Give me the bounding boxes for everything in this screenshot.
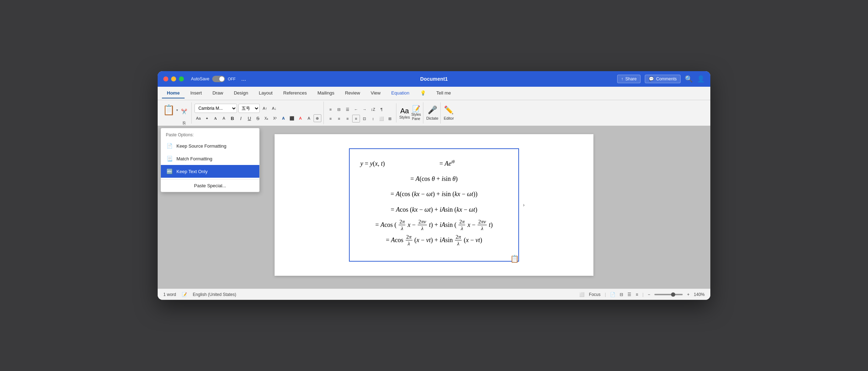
- scroll-right-icon[interactable]: ›: [523, 198, 525, 212]
- multilevel-list-button[interactable]: ☰: [344, 105, 351, 113]
- toggle-state: OFF: [228, 77, 236, 81]
- eq-line-4: = Acos (kx − ωt) + iAsin (kx − ωt): [360, 202, 508, 217]
- statusbar-right: ⬜ Focus | 📄 ⊟ ☰ ≡ | − + 140%: [579, 292, 705, 297]
- text-highlight-btn[interactable]: ⬛: [288, 114, 296, 122]
- styles-icon: Aa: [400, 107, 409, 115]
- language-indicator[interactable]: English (United States): [193, 292, 236, 297]
- tab-home[interactable]: Home: [162, 88, 185, 98]
- document-title: Document1: [420, 76, 448, 82]
- font-color-btn[interactable]: A: [297, 114, 304, 122]
- close-button[interactable]: [163, 76, 168, 81]
- bold-button[interactable]: B: [229, 114, 236, 122]
- proofread-icon[interactable]: 📝: [182, 292, 187, 297]
- ribbon-tabs: Home Insert Draw Design Layout Reference…: [158, 87, 710, 100]
- font-case-button[interactable]: Aa: [195, 114, 202, 122]
- editor-button[interactable]: ✏️ Editor: [444, 105, 454, 120]
- zoom-level[interactable]: 140%: [694, 292, 705, 297]
- tab-review[interactable]: Review: [340, 88, 365, 98]
- strikethrough-button[interactable]: S: [254, 114, 262, 122]
- styles-pane-label: StylesPane: [411, 113, 421, 121]
- zoom-slider[interactable]: [654, 294, 683, 295]
- word-count: 1 word: [163, 292, 176, 297]
- font-color-a-button[interactable]: A: [212, 114, 219, 122]
- focus-icon[interactable]: ⬜: [579, 292, 585, 297]
- decrease-font-button[interactable]: A↓: [270, 104, 278, 112]
- focus-label[interactable]: Focus: [589, 292, 601, 297]
- clipboard-group: 📋 ▼ ✂️ ⎘ 🖌 Paste Options: 📄 Keep Source …: [160, 102, 192, 124]
- char-border-btn[interactable]: ⊕: [314, 114, 321, 122]
- document-page: y = y(x, t) = Aeiθ = A(cos θ + isin θ) =…: [275, 134, 593, 276]
- paste-special-button[interactable]: Paste Special...: [161, 181, 259, 190]
- styles-pane-button[interactable]: 📝 StylesPane: [411, 105, 421, 121]
- sort-button[interactable]: ↕Z: [369, 105, 377, 113]
- equation-box[interactable]: y = y(x, t) = Aeiθ = A(cos θ + isin θ) =…: [349, 148, 519, 262]
- italic-button[interactable]: I: [237, 114, 245, 122]
- align-left-button[interactable]: ≡: [327, 115, 334, 122]
- copy-button[interactable]: ⎘: [179, 118, 189, 128]
- layout-icon-3[interactable]: ☰: [627, 292, 631, 297]
- share-icon: ↑: [621, 76, 623, 81]
- increase-font-button[interactable]: A↑: [261, 104, 269, 112]
- subscript-button[interactable]: X₂: [263, 114, 270, 122]
- paste-match-format[interactable]: 📃 Match Formatting: [161, 152, 259, 165]
- paste-divider: [161, 179, 259, 179]
- tab-tell-me[interactable]: Tell me: [432, 88, 456, 98]
- minimize-button[interactable]: [171, 76, 176, 81]
- autosave-label: AutoSave: [191, 76, 209, 81]
- font-row1: Cambria M... 五号 A↑ A↓: [195, 104, 278, 113]
- equation-handle[interactable]: 📋: [510, 250, 519, 267]
- font-name-select[interactable]: Cambria M...: [195, 104, 237, 113]
- distributed-button[interactable]: ⊡: [361, 115, 368, 122]
- cut-button[interactable]: ✂️: [179, 107, 189, 116]
- text-effects-button[interactable]: A: [280, 114, 287, 122]
- search-icon[interactable]: 🔍: [685, 75, 693, 83]
- paste-keep-source[interactable]: 📄 Keep Source Formatting: [161, 139, 259, 152]
- layout-icon-1[interactable]: 📄: [610, 292, 615, 297]
- tab-layout[interactable]: Layout: [254, 88, 277, 98]
- paste-dropdown-arrow[interactable]: ▼: [176, 109, 179, 112]
- char-shading-btn[interactable]: A: [305, 114, 313, 122]
- align-center-button[interactable]: ≡: [335, 115, 343, 122]
- share-button[interactable]: ↑ Share: [617, 75, 641, 83]
- underline-button[interactable]: U: [246, 114, 253, 122]
- maximize-button[interactable]: [179, 76, 184, 81]
- decrease-indent-button[interactable]: ←: [352, 105, 360, 113]
- justify-button[interactable]: ≡: [352, 115, 360, 122]
- line-spacing-button[interactable]: ↕: [369, 115, 377, 122]
- styles-button[interactable]: Aa Styles: [399, 107, 410, 119]
- shading-button[interactable]: ⬜: [378, 115, 385, 122]
- comments-button[interactable]: 💬 Comments: [645, 75, 681, 83]
- people-icon[interactable]: 👤: [697, 75, 705, 83]
- styles-group: Aa Styles 📝 StylesPane: [397, 102, 423, 124]
- tab-references[interactable]: References: [278, 88, 312, 98]
- tab-design[interactable]: Design: [229, 88, 253, 98]
- more-options[interactable]: ...: [241, 76, 246, 82]
- borders-button[interactable]: ⊞: [386, 115, 394, 122]
- highlight-button[interactable]: A: [220, 114, 228, 122]
- keep-text-icon: 🔤: [166, 168, 173, 175]
- paste-button[interactable]: 📋 ▼: [163, 105, 179, 115]
- font-size-select[interactable]: 五号: [238, 104, 260, 113]
- dictate-button[interactable]: 🎤 Dictate: [426, 105, 438, 120]
- show-marks-button[interactable]: ¶: [378, 105, 385, 113]
- zoom-out-icon[interactable]: −: [648, 292, 650, 297]
- para-row2: ≡ ≡ ≡ ≡ ⊡ ↕ ⬜ ⊞: [327, 115, 394, 122]
- tab-insert[interactable]: Insert: [185, 88, 207, 98]
- tab-view[interactable]: View: [366, 88, 385, 98]
- superscript-button[interactable]: X²: [271, 114, 279, 122]
- numbering-button[interactable]: ⊟: [335, 105, 343, 113]
- zoom-in-icon[interactable]: +: [687, 292, 689, 297]
- paste-keep-text[interactable]: 🔤 Keep Text Only: [161, 165, 259, 178]
- increase-indent-button[interactable]: →: [361, 105, 368, 113]
- layout-icon-4[interactable]: ≡: [636, 292, 638, 297]
- tab-lightbulb[interactable]: 💡: [415, 88, 431, 98]
- tab-equation[interactable]: Equation: [386, 88, 414, 98]
- clear-format-button[interactable]: ✦: [203, 114, 211, 122]
- tab-draw[interactable]: Draw: [208, 88, 228, 98]
- tab-mailings[interactable]: Mailings: [312, 88, 339, 98]
- dictate-group: 🎤 Dictate: [424, 102, 441, 124]
- align-right-button[interactable]: ≡: [344, 115, 351, 122]
- bullets-button[interactable]: ≡: [327, 105, 334, 113]
- layout-icon-2[interactable]: ⊟: [620, 292, 623, 297]
- autosave-toggle[interactable]: [212, 76, 225, 82]
